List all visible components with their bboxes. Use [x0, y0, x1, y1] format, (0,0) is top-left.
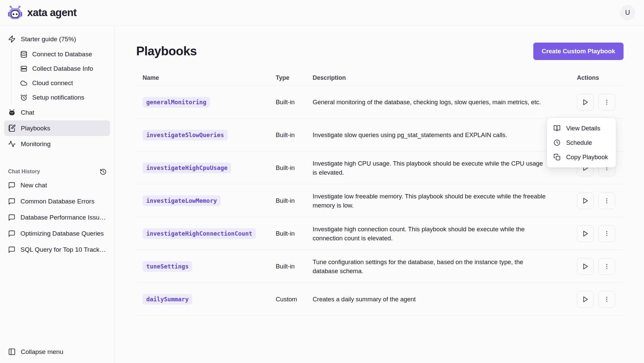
row-menu-button[interactable] — [598, 192, 615, 209]
brand: xata agent — [7, 5, 76, 20]
sidebar-item-label: Collect Database Info — [32, 65, 93, 72]
play-icon — [582, 99, 589, 106]
sidebar-item-collect-database-info[interactable]: Collect Database Info — [11, 61, 110, 76]
alarm-clock-icon — [20, 94, 28, 101]
activity-icon — [8, 140, 16, 148]
app-title: xata agent — [27, 7, 76, 19]
column-header-actions: Actions — [577, 74, 624, 81]
playbook-description-cell: Investigate high CPU usage. This playboo… — [313, 159, 577, 177]
table-header-row: Name Type Description Actions — [136, 70, 624, 86]
column-header-type: Type — [276, 74, 313, 81]
row-menu-button[interactable] — [598, 258, 615, 275]
robot-icon — [8, 109, 16, 116]
playbook-name-cell: investigateSlowQueries — [136, 130, 276, 140]
row-menu-button[interactable] — [598, 291, 615, 308]
sidebar-item-label: Setup notifications — [32, 94, 84, 101]
playbooks-table: Name Type Description Actions generalMon… — [136, 70, 624, 316]
ellipsis-vertical-icon — [603, 99, 610, 106]
playbook-actions-cell — [577, 192, 624, 209]
run-playbook-button[interactable] — [577, 225, 594, 242]
run-playbook-button[interactable] — [577, 291, 594, 308]
playbook-actions-cell — [577, 225, 624, 242]
database-icon — [20, 51, 28, 58]
cloud-icon — [20, 79, 28, 87]
starter-guide-subitems: Connect to Database Collect Database Inf… — [11, 47, 110, 105]
chat-history-item[interactable]: Common Database Errors — [4, 193, 110, 209]
sidebar-item-starter-guide[interactable]: Starter guide (75%) — [4, 31, 110, 47]
playbook-name-badge: investigateHighCpuUsage — [143, 163, 231, 173]
collapse-menu-button[interactable]: Collapse menu — [4, 344, 110, 360]
sidebar-item-cloud-connect[interactable]: Cloud connect — [11, 76, 110, 90]
menu-item-view-details[interactable]: View Details — [547, 121, 616, 135]
column-header-description: Description — [313, 74, 577, 81]
user-avatar[interactable]: U — [620, 5, 635, 20]
sidebar-item-playbooks[interactable]: Playbooks — [4, 120, 110, 136]
chat-history-item[interactable]: Optimizing Database Queries — [4, 226, 110, 242]
run-playbook-button[interactable] — [577, 258, 594, 275]
message-square-icon — [8, 214, 15, 221]
copy-icon — [553, 154, 560, 161]
column-header-name: Name — [136, 74, 276, 81]
playbook-name-badge: investigateLowMemory — [143, 195, 221, 206]
playbook-actions-cell — [577, 258, 624, 275]
playbook-type-cell: Built-in — [276, 99, 313, 106]
playbook-name-cell: tuneSettings — [136, 261, 276, 272]
table-row: investigateLowMemory Built-in Investigat… — [136, 184, 624, 217]
sidebar-item-connect-to-database[interactable]: Connect to Database — [11, 47, 110, 61]
playbook-name-cell: generalMonitoring — [136, 97, 276, 108]
menu-item-schedule[interactable]: Schedule — [547, 135, 616, 150]
chat-history-header: Chat History — [8, 169, 40, 175]
sidebar-item-label: Cloud connect — [32, 79, 73, 87]
play-icon — [582, 230, 589, 237]
sidebar-item-setup-notifications[interactable]: Setup notifications — [11, 90, 110, 105]
menu-item-label: View Details — [566, 125, 600, 132]
playbook-description-cell: Investigate high connection count. This … — [313, 225, 577, 243]
history-icon[interactable] — [100, 168, 107, 175]
book-open-icon — [553, 125, 560, 132]
playbook-actions-cell — [577, 94, 624, 111]
playbook-type-cell: Built-in — [276, 263, 313, 270]
create-custom-playbook-button[interactable]: Create Custom Playbook — [533, 43, 624, 60]
sidebar-item-label: Collapse menu — [21, 348, 63, 356]
playbook-description-cell: Investigate slow queries using pg_stat_s… — [313, 130, 577, 139]
row-menu-button[interactable] — [598, 94, 615, 111]
message-square-icon — [8, 230, 15, 237]
playbook-description-cell: Tune configuration settings for the data… — [313, 257, 577, 276]
panel-left-icon — [8, 348, 16, 356]
playbook-type-cell: Built-in — [276, 164, 313, 172]
chat-history-item[interactable]: New chat — [4, 177, 110, 193]
ellipsis-vertical-icon — [603, 263, 610, 270]
sidebar-item-chat[interactable]: Chat — [4, 105, 110, 120]
chat-history-list: New chat Common Database Errors Database… — [4, 177, 110, 258]
sidebar-item-label: Playbooks — [21, 125, 50, 132]
chat-history-section: Chat History New chat Common Database Er… — [4, 166, 110, 258]
sidebar: Starter guide (75%) Connect to Database — [0, 26, 114, 363]
playbook-name-badge: investigateHighConnectionCount — [143, 228, 256, 239]
menu-item-copy-playbook[interactable]: Copy Playbook — [547, 150, 616, 164]
playbook-name-badge: tuneSettings — [143, 261, 192, 272]
playbook-type-cell: Built-in — [276, 197, 313, 204]
playbook-description-cell: General monitoring of the database, chec… — [313, 98, 577, 107]
sidebar-item-label: Connect to Database — [32, 51, 92, 58]
zap-icon — [8, 35, 16, 43]
chat-history-item[interactable]: Database Performance Issue… — [4, 209, 110, 226]
run-playbook-button[interactable] — [577, 192, 594, 209]
playbook-name-badge: generalMonitoring — [143, 97, 210, 108]
table-row: dailySummary Custom Creates a daily summ… — [136, 283, 624, 316]
sidebar-item-monitoring[interactable]: Monitoring — [4, 136, 110, 152]
playbook-name-badge: dailySummary — [143, 294, 192, 305]
sidebar-item-label: Starter guide (75%) — [21, 36, 76, 43]
chat-history-item[interactable]: SQL Query for Top 10 Tracks … — [4, 242, 110, 258]
row-menu-button[interactable] — [598, 225, 615, 242]
table-row: investigateHighConnectionCount Built-in … — [136, 217, 624, 250]
playbook-name-badge: investigateSlowQueries — [143, 130, 228, 140]
play-icon — [582, 263, 589, 270]
message-square-icon — [8, 198, 15, 205]
run-playbook-button[interactable] — [577, 94, 594, 111]
menu-item-label: Schedule — [566, 139, 592, 146]
playbook-description-cell: Creates a daily summary of the agent — [313, 295, 577, 304]
row-context-menu: View Details Schedule Copy Playbook — [547, 118, 616, 168]
message-square-icon — [8, 182, 15, 189]
table-row: tuneSettings Built-in Tune configuration… — [136, 250, 624, 283]
ellipsis-vertical-icon — [603, 230, 610, 237]
